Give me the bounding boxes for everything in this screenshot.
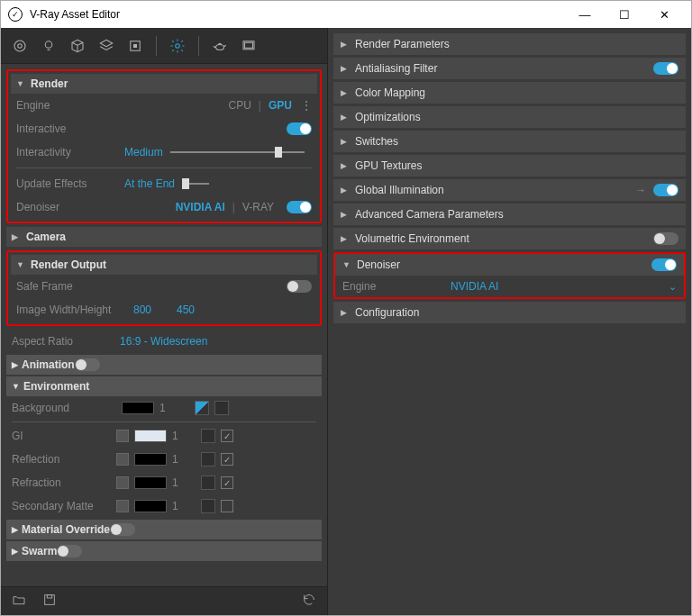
gear-icon[interactable] [166, 34, 189, 58]
app-window: ✓ V-Ray Asset Editor — ☐ ✕ [0, 0, 692, 616]
secondary-enable[interactable] [116, 500, 129, 512]
swarm-toggle[interactable] [57, 545, 82, 557]
reflection-map[interactable] [201, 452, 215, 467]
left-scroll[interactable]: ▼ Render Engine CPU | GPU ⋮ [1, 64, 327, 586]
right-row-optimizations[interactable]: ▶Optimizations [333, 106, 686, 128]
background-map[interactable] [195, 401, 209, 415]
background-swatch[interactable] [122, 402, 154, 414]
render-output-header[interactable]: ▼ Render Output [11, 255, 317, 275]
right-row-antialiasing-filter[interactable]: ▶Antialiasing Filter [333, 58, 686, 79]
reflection-check[interactable]: ✓ [221, 453, 233, 466]
secondary-map[interactable] [201, 499, 215, 513]
cube-icon[interactable] [66, 34, 89, 58]
background-chip2[interactable] [214, 401, 229, 415]
interactive-toggle[interactable] [287, 122, 312, 135]
close-button[interactable]: ✕ [644, 1, 684, 28]
menu-dots-icon[interactable]: ⋮ [301, 99, 312, 112]
refraction-map[interactable] [201, 476, 215, 490]
safe-frame-label: Safe Frame [16, 280, 124, 293]
reflection-enable[interactable] [116, 453, 129, 466]
right-row-render-parameters[interactable]: ▶Render Parameters [333, 33, 686, 55]
interactivity-row: Interactivity Medium [11, 140, 317, 164]
interactivity-value[interactable]: Medium [124, 146, 163, 159]
reflection-mult[interactable]: 1 [172, 453, 190, 466]
secondary-mult[interactable]: 1 [172, 500, 190, 512]
width-input[interactable]: 800 [133, 303, 177, 316]
monitor-icon[interactable] [237, 34, 260, 58]
gi-check[interactable]: ✓ [221, 430, 233, 442]
environment-header[interactable]: ▼ Environment [6, 376, 322, 396]
minimize-button[interactable]: — [565, 1, 605, 28]
background-mult[interactable]: 1 [159, 402, 166, 414]
refraction-enable[interactable] [116, 476, 129, 489]
denoiser-nvidia[interactable]: NVIDIA AI [170, 201, 231, 213]
denoiser-toggle[interactable] [287, 201, 312, 213]
denoiser-engine-row: Engine NVIDIA AI ⌄ [335, 276, 684, 297]
gi-map[interactable] [201, 429, 215, 443]
animation-header[interactable]: ▶ Animation [6, 355, 322, 375]
secondary-swatch[interactable] [134, 500, 167, 512]
denoiser-segment[interactable]: NVIDIA AI | V-RAY [170, 201, 279, 213]
chevron-right-icon: ▶ [341, 137, 351, 146]
interactivity-slider[interactable] [170, 151, 305, 153]
height-input[interactable]: 450 [177, 303, 220, 316]
right-row-color-mapping[interactable]: ▶Color Mapping [333, 82, 686, 104]
update-effects-label: Update Effects [16, 177, 124, 190]
right-toggle[interactable] [653, 184, 678, 196]
right-row-gpu-textures[interactable]: ▶GPU Textures [333, 155, 686, 177]
square-dot-icon[interactable] [123, 34, 147, 58]
swarm-title: Swarm [22, 545, 57, 557]
undo-icon[interactable] [302, 593, 316, 611]
aspect-value[interactable]: 16:9 - Widescreen [120, 335, 207, 348]
window-title: V-Ray Asset Editor [30, 8, 120, 21]
save-icon[interactable] [42, 593, 57, 611]
denoiser-vray[interactable]: V-RAY [237, 201, 279, 213]
aspect-row: Aspect Ratio 16:9 - Widescreen [6, 330, 322, 353]
right-row-global-illumination[interactable]: ▶Global Illumination→ [333, 179, 686, 201]
maximize-button[interactable]: ☐ [605, 1, 644, 28]
target-icon[interactable] [8, 34, 32, 58]
right-row-volumetric-environment[interactable]: ▶Volumetric Environment [333, 228, 686, 249]
right-label: Optimizations [355, 111, 421, 123]
material-override-toggle[interactable] [110, 523, 135, 536]
refraction-swatch[interactable] [134, 476, 167, 489]
right-toggle[interactable] [653, 62, 678, 75]
refraction-mult[interactable]: 1 [172, 476, 190, 489]
chevron-right-icon: ▶ [12, 232, 23, 241]
render-header[interactable]: ▼ Render [11, 74, 317, 94]
swarm-header[interactable]: ▶ Swarm [6, 541, 322, 561]
denoiser-panel-toggle[interactable] [651, 258, 677, 271]
environment-title: Environment [23, 380, 89, 393]
secondary-check[interactable] [221, 500, 233, 512]
denoiser-panel-title: Denoiser [357, 258, 400, 271]
right-row-advanced-camera-parameters[interactable]: ▶Advanced Camera Parameters [333, 204, 686, 225]
engine-gpu[interactable]: GPU [263, 99, 297, 112]
chevron-down-icon: ▼ [16, 260, 27, 269]
update-effects-slider[interactable] [182, 183, 209, 185]
animation-toggle[interactable] [75, 358, 100, 371]
layers-icon[interactable] [95, 34, 118, 58]
denoiser-panel-header[interactable]: ▼ Denoiser [335, 254, 684, 276]
material-override-header[interactable]: ▶ Material Override [6, 520, 322, 539]
right-toggle[interactable] [653, 232, 678, 245]
reflection-swatch[interactable] [134, 453, 167, 466]
camera-header[interactable]: ▶ Camera [6, 227, 322, 247]
safe-frame-toggle[interactable] [287, 280, 312, 293]
lightbulb-icon[interactable] [37, 34, 60, 58]
teapot-icon[interactable] [208, 34, 232, 58]
refraction-check[interactable]: ✓ [221, 476, 233, 489]
configuration-header[interactable]: ▶ Configuration [333, 302, 686, 323]
right-row-switches[interactable]: ▶Switches [333, 131, 686, 152]
gi-swatch[interactable] [134, 430, 167, 442]
folder-open-icon[interactable] [12, 593, 26, 611]
denoiser-engine-value[interactable]: NVIDIA AI [451, 280, 669, 293]
camera-title: Camera [26, 231, 66, 243]
reflection-label: Reflection [12, 453, 111, 466]
gi-mult[interactable]: 1 [172, 430, 190, 442]
engine-segment[interactable]: CPU | GPU ⋮ [223, 99, 312, 112]
right-scroll[interactable]: ▶Render Parameters▶Antialiasing Filter▶C… [328, 28, 691, 615]
gi-enable[interactable] [116, 430, 129, 442]
engine-cpu[interactable]: CPU [223, 99, 257, 112]
update-effects-value[interactable]: At the End [124, 177, 175, 190]
dropdown-icon[interactable]: ⌄ [669, 281, 677, 293]
